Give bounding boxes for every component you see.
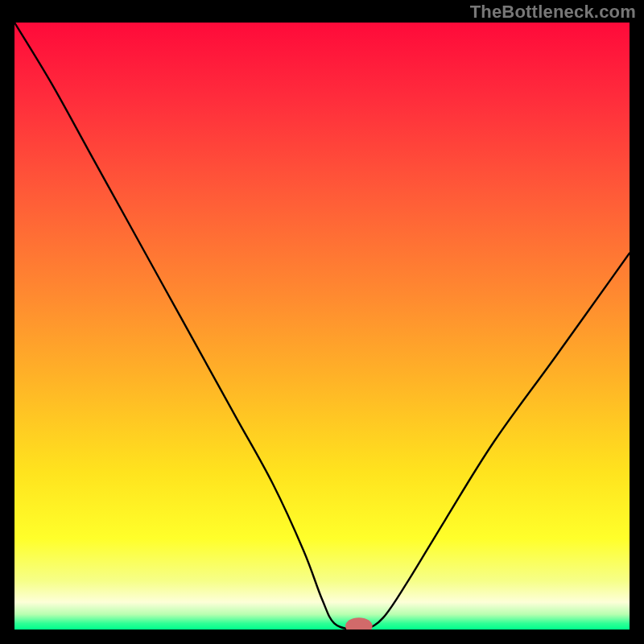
plot-area — [14, 23, 630, 630]
gradient-background — [14, 23, 630, 630]
watermark-text: TheBottleneck.com — [470, 2, 636, 23]
chart-container: TheBottleneck.com — [0, 0, 644, 644]
chart-svg — [14, 23, 630, 630]
